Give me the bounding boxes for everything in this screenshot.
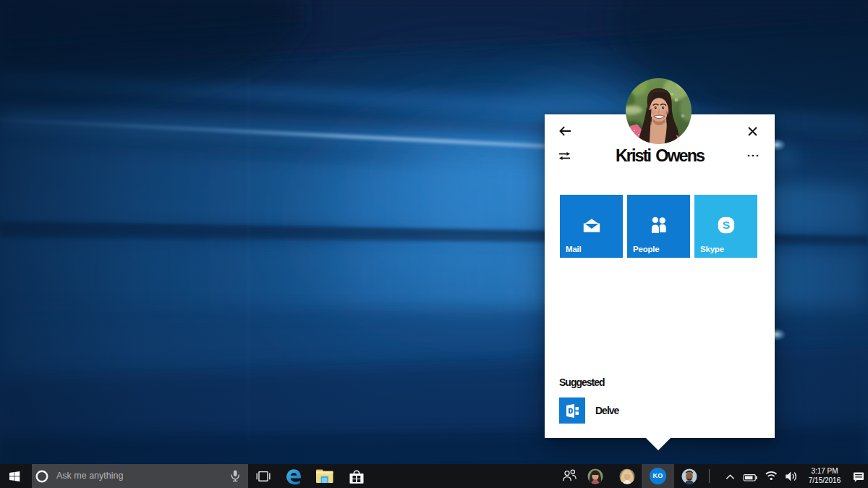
svg-text:S: S bbox=[722, 219, 729, 231]
